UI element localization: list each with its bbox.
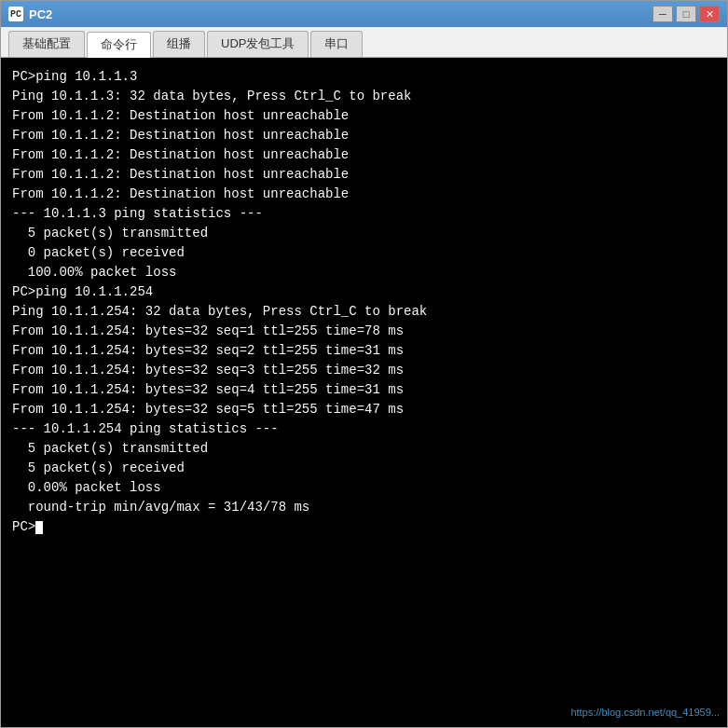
terminal-line: From 10.1.1.2: Destination host unreacha… [12, 185, 716, 204]
close-button[interactable]: ✕ [699, 6, 720, 22]
title-bar: PC PC2 ─ □ ✕ [1, 1, 727, 27]
maximize-button[interactable]: □ [676, 6, 696, 22]
terminal-line: From 10.1.1.254: bytes=32 seq=2 ttl=255 … [12, 341, 716, 361]
terminal-line: PC>ping 10.1.1.254 [12, 282, 716, 302]
terminal-line: From 10.1.1.2: Destination host unreacha… [12, 106, 716, 126]
terminal-line: 5 packet(s) received [12, 459, 716, 478]
tab-command-line[interactable]: 命令行 [87, 32, 151, 58]
tab-bar: 基础配置 命令行 组播 UDP发包工具 串口 [1, 27, 727, 58]
window-title: PC2 [29, 7, 52, 21]
tab-basic-config[interactable]: 基础配置 [8, 31, 85, 57]
terminal-line: Ping 10.1.1.3: 32 data bytes, Press Ctrl… [12, 87, 716, 106]
terminal-line: From 10.1.1.254: bytes=32 seq=4 ttl=255 … [12, 380, 716, 400]
terminal-line: 100.00% packet loss [12, 263, 716, 282]
terminal-prompt[interactable]: PC> [12, 517, 716, 537]
tab-serial[interactable]: 串口 [310, 31, 363, 57]
title-bar-left: PC PC2 [8, 7, 52, 21]
window-icon: PC [8, 7, 23, 21]
terminal-line: From 10.1.1.254: bytes=32 seq=3 ttl=255 … [12, 361, 716, 380]
terminal-line: From 10.1.1.2: Destination host unreacha… [12, 126, 716, 145]
terminal-line: 0 packet(s) received [12, 243, 716, 263]
terminal-line: 0.00% packet loss [12, 478, 716, 498]
terminal-area[interactable]: PC>ping 10.1.1.3Ping 10.1.1.3: 32 data b… [1, 58, 727, 727]
terminal-line: From 10.1.1.2: Destination host unreacha… [12, 165, 716, 185]
main-window: PC PC2 ─ □ ✕ 基础配置 命令行 组播 UDP发包工具 串口 PC>p… [0, 0, 728, 728]
terminal-line: round-trip min/avg/max = 31/43/78 ms [12, 498, 716, 517]
terminal-line: From 10.1.1.254: bytes=32 seq=1 ttl=255 … [12, 322, 716, 341]
terminal-line: PC>ping 10.1.1.3 [12, 67, 716, 87]
tab-multicast[interactable]: 组播 [153, 31, 205, 57]
terminal-line: 5 packet(s) transmitted [12, 439, 716, 459]
minimize-button[interactable]: ─ [652, 6, 673, 22]
terminal-cursor [35, 521, 43, 534]
terminal-line: From 10.1.1.2: Destination host unreacha… [12, 145, 716, 165]
title-buttons: ─ □ ✕ [652, 6, 720, 22]
tab-udp-tool[interactable]: UDP发包工具 [207, 31, 309, 57]
terminal-line: --- 10.1.1.3 ping statistics --- [12, 204, 716, 224]
terminal-line: Ping 10.1.1.254: 32 data bytes, Press Ct… [12, 302, 716, 322]
watermark: https://blog.csdn.net/qq_41959... [570, 705, 720, 721]
terminal-line: --- 10.1.1.254 ping statistics --- [12, 419, 716, 439]
terminal-line: From 10.1.1.254: bytes=32 seq=5 ttl=255 … [12, 400, 716, 419]
terminal-line: 5 packet(s) transmitted [12, 224, 716, 243]
